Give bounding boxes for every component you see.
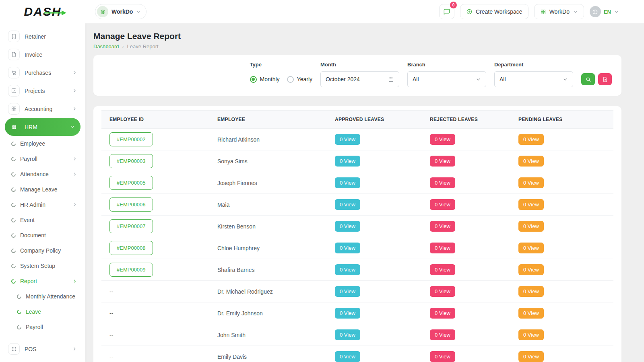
breadcrumb-dashboard-link[interactable]: Dashboard [93,43,119,49]
create-workspace-button[interactable]: Create Workspace [460,4,528,19]
sidebar-item-retainer[interactable]: Retainer [5,27,80,45]
approved-view-button[interactable]: 0 View [335,177,360,188]
radio-yearly[interactable]: Yearly [287,76,312,83]
header-employee-id: EMPLOYEE ID [101,111,209,129]
plus-circle-icon [466,8,473,15]
employee-id-button[interactable]: #EMP00007 [109,219,153,233]
pending-leaves-cell: 0 View [510,324,613,346]
sidebar-item-label: Payroll [20,156,37,162]
pending-view-button[interactable]: 0 View [518,177,544,188]
reset-button[interactable] [598,73,612,85]
employee-name: John Smith [209,324,327,346]
pending-leaves-cell: 0 View [510,172,613,194]
rejected-view-button[interactable]: 0 View [430,264,455,275]
pending-view-button[interactable]: 0 View [518,156,544,167]
chevron-right-icon [72,172,77,177]
employee-id-button[interactable]: #EMP00003 [109,154,153,168]
ring-icon [10,247,17,254]
sidebar-item-system-setup[interactable]: System Setup [5,258,80,274]
sidebar-item-monthly-attendance[interactable]: Monthly Attendance [5,289,80,304]
sidebar-item-document[interactable]: Document [5,228,80,243]
sidebar-item-accounting[interactable]: Accounting [5,100,80,118]
pending-view-button[interactable]: 0 View [518,221,544,232]
workdo-menu-button[interactable]: WorkDo [534,4,584,19]
approved-leaves-cell: 0 View [327,302,422,324]
pending-view-button[interactable]: 0 View [518,243,544,253]
approved-view-button[interactable]: 0 View [335,286,360,297]
logo-area: DASH [0,5,85,19]
employee-id-button[interactable]: #EMP00005 [109,176,153,190]
workspace-selector[interactable]: WorkDo [95,4,147,19]
dash-logo[interactable]: DASH [24,5,61,19]
employee-name: Emily Davis [209,346,327,362]
sidebar-item-attendance[interactable]: Attendance [5,167,80,182]
pending-view-button[interactable]: 0 View [518,264,544,275]
rejected-leaves-cell: 0 View [422,172,510,194]
rejected-view-button[interactable]: 0 View [430,351,455,362]
rejected-view-button[interactable]: 0 View [430,221,455,232]
sidebar: Retainer Invoice Purchases Projects Acco… [0,23,85,362]
sidebar-item-projects[interactable]: Projects [5,82,80,100]
pending-view-button[interactable]: 0 View [518,329,544,340]
month-filter-group: Month October 2024 [320,62,399,87]
approved-view-button[interactable]: 0 View [335,199,360,210]
sidebar-item-manage-leave[interactable]: Manage Leave [5,182,80,197]
employee-id-cell: #EMP00005 [101,172,209,194]
chevron-right-icon [72,202,77,207]
rejected-view-button[interactable]: 0 View [430,286,455,297]
pending-view-button[interactable]: 0 View [518,134,544,145]
sidebar-item-employee[interactable]: Employee [5,136,80,151]
rejected-view-button[interactable]: 0 View [430,177,455,188]
sidebar-item-company-policy[interactable]: Company Policy [5,243,80,258]
sidebar-item-invoice[interactable]: Invoice [5,45,80,64]
language-selector[interactable]: EN [590,6,619,17]
branch-select[interactable]: All [407,71,486,87]
sidebar-item-payroll[interactable]: Payroll [5,151,80,167]
ring-icon [10,263,17,269]
approved-view-button[interactable]: 0 View [335,329,360,340]
employee-id-cell: #EMP00006 [101,194,209,216]
sidebar-item-label: Report [20,278,37,284]
pending-view-button[interactable]: 0 View [518,199,544,210]
pending-view-button[interactable]: 0 View [518,286,544,297]
radio-monthly[interactable]: Monthly [250,76,280,83]
rejected-view-button[interactable]: 0 View [430,243,455,253]
sidebar-item-hrm[interactable]: HRM [5,118,80,136]
sidebar-item-label: Monthly Attendance [26,293,75,300]
sidebar-item-report[interactable]: Report [5,274,80,289]
file-x-icon [602,76,608,82]
employee-id-button[interactable]: #EMP00006 [109,197,153,212]
month-input[interactable]: October 2024 [320,71,399,87]
approved-view-button[interactable]: 0 View [335,156,360,167]
approved-view-button[interactable]: 0 View [335,264,360,275]
sidebar-item-pos[interactable]: POS [5,340,80,358]
sidebar-item-event[interactable]: Event [5,212,80,228]
employee-id-button[interactable]: #EMP00002 [109,132,153,146]
messages-button[interactable]: 0 [439,4,454,19]
sidebar-item-hr-admin[interactable]: HR Admin [5,197,80,212]
sidebar-item-report-payroll[interactable]: Payroll [5,319,80,335]
sidebar-item-purchases[interactable]: Purchases [5,64,80,82]
approved-view-button[interactable]: 0 View [335,134,360,145]
pending-view-button[interactable]: 0 View [518,308,544,319]
approved-view-button[interactable]: 0 View [335,351,360,362]
employee-id-button[interactable]: #EMP00008 [109,241,153,255]
rejected-view-button[interactable]: 0 View [430,199,455,210]
approved-view-button[interactable]: 0 View [335,243,360,253]
sidebar-item-leave[interactable]: Leave [5,304,80,319]
department-select[interactable]: All [494,71,573,87]
employee-id-button[interactable]: #EMP00009 [109,263,153,277]
rejected-view-button[interactable]: 0 View [430,134,455,145]
rejected-view-button[interactable]: 0 View [430,308,455,319]
rejected-view-button[interactable]: 0 View [430,329,455,340]
table-row: -- Emily Davis 0 View 0 View 0 View [101,346,613,362]
pending-view-button[interactable]: 0 View [518,351,544,362]
dash-logo-arrow-icon [44,10,66,15]
chevron-down-icon [136,9,141,14]
search-button[interactable] [581,73,595,85]
sidebar-item-label: Payroll [26,324,43,330]
approved-view-button[interactable]: 0 View [335,221,360,232]
employee-name: Maia [209,194,327,216]
rejected-view-button[interactable]: 0 View [430,156,455,167]
approved-view-button[interactable]: 0 View [335,308,360,319]
